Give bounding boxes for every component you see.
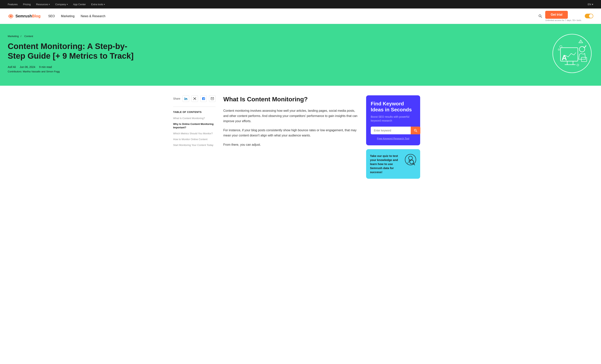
right-sidebar: Find Keyword Ideas in Seconds Boost SEO … (366, 95, 420, 179)
share-label: Share (173, 97, 180, 100)
nav-news-research[interactable]: News & Research (81, 14, 105, 18)
share-twitter[interactable] (191, 95, 198, 102)
keyword-input[interactable] (371, 127, 411, 134)
main-nav: SEO Marketing News & Research (48, 14, 538, 18)
article-date: Jun 06, 2024 (20, 65, 35, 69)
svg-point-14 (581, 42, 581, 43)
toc-link-4[interactable]: How to Monitor Online Content (173, 138, 216, 141)
toc-item-2: Why Is Online Content Monitoring Importa… (173, 122, 216, 129)
nav-extra-tools[interactable]: Extra tools (91, 3, 105, 6)
article-meta: Asif Ali Jun 06, 2024 9 min read (8, 65, 139, 69)
theme-toggle[interactable] (585, 14, 593, 18)
keyword-widget: Find Keyword Ideas in Seconds Boost SEO … (366, 95, 420, 145)
breadcrumb-content: Content (24, 35, 33, 38)
share-email[interactable] (209, 95, 216, 102)
trial-subtext: Unlimited access for 7 days. 55+ tools. (545, 19, 582, 21)
nav-pricing[interactable]: Pricing (23, 3, 31, 6)
svg-text:A: A (562, 54, 567, 62)
facebook-icon (202, 97, 205, 100)
toc-link-2[interactable]: Why Is Online Content Monitoring Importa… (173, 122, 216, 129)
toc-title: TABLE OF CONTENTS (173, 111, 216, 113)
svg-line-24 (416, 131, 417, 132)
share-linkedin[interactable] (183, 95, 189, 102)
article-section-heading: What Is Content Monitoring? (223, 95, 358, 103)
get-trial-container: Get trial Unlimited access for 7 days. 5… (545, 11, 582, 21)
svg-point-21 (184, 97, 185, 98)
nav-marketing[interactable]: Marketing (61, 14, 74, 18)
get-trial-button[interactable]: Get trial (545, 11, 568, 19)
toc-item-4: How to Monitor Online Content (173, 138, 216, 141)
breadcrumb-marketing[interactable]: Marketing (8, 35, 19, 38)
share-facebook[interactable] (200, 95, 207, 102)
search-submit-icon (414, 129, 417, 132)
article-paragraph-1: Content monitoring involves assessing ho… (223, 108, 358, 124)
nav-seo[interactable]: SEO (48, 14, 55, 18)
search-icon (538, 14, 542, 18)
toc-item-5: Start Monitoring Your Content Today (173, 143, 216, 147)
svg-line-4 (541, 17, 542, 18)
language-selector[interactable]: EN ▾ (588, 3, 593, 6)
nav-resources[interactable]: Resources (36, 3, 50, 6)
nav-company[interactable]: Company (55, 3, 68, 6)
quiz-icon (405, 154, 416, 165)
linkedin-icon (184, 97, 187, 100)
article-paragraph-2: For instance, if your blog posts consist… (223, 128, 358, 138)
article-read-time: 9 min read (39, 65, 52, 69)
toc-link-5[interactable]: Start Monitoring Your Content Today (173, 143, 216, 147)
keyword-widget-title: Find Keyword Ideas in Seconds (371, 101, 416, 113)
article-paragraph-3: From there, you can adjust. (223, 142, 358, 147)
logo[interactable]: SemrushBlog (8, 13, 40, 19)
nav-app-center[interactable]: App Center (73, 3, 86, 6)
top-nav-links: Features Pricing Resources Company App C… (8, 3, 105, 6)
header-right: Get trial Unlimited access for 7 days. 5… (538, 11, 593, 21)
svg-point-19 (577, 64, 579, 66)
breadcrumb: Marketing / Content (8, 35, 139, 38)
quiz-text: Take our quiz to test your knowledge and… (370, 154, 402, 174)
svg-point-26 (409, 156, 412, 160)
toc-link-3[interactable]: Which Metrics Should You Monitor? (173, 132, 216, 135)
article-title: Content Monitoring: A Step-by-Step Guide… (8, 41, 139, 61)
main-header: SemrushBlog SEO Marketing News & Researc… (0, 9, 601, 24)
hero-illustration: A (551, 32, 593, 75)
article-author: Asif Ali (8, 65, 16, 69)
svg-point-2 (10, 15, 12, 17)
top-navigation: Features Pricing Resources Company App C… (0, 0, 601, 9)
logo-semrush-text: Semrush (15, 14, 32, 18)
keyword-submit-button[interactable] (411, 127, 420, 134)
toc-link-1[interactable]: What Is Content Monitoring? (173, 117, 216, 120)
toc-item-1: What Is Content Monitoring? (173, 117, 216, 120)
breadcrumb-separator: / (21, 35, 21, 38)
toc-item-3: Which Metrics Should You Monitor? (173, 132, 216, 135)
keyword-input-row (371, 127, 416, 134)
email-icon (211, 97, 214, 100)
left-sidebar: Share (173, 95, 216, 179)
logo-blog-text: Blog (32, 14, 40, 18)
nav-features[interactable]: Features (8, 3, 18, 6)
hero-content: Marketing / Content Content Monitoring: … (8, 35, 139, 73)
hero-banner: Marketing / Content Content Monitoring: … (0, 24, 601, 86)
semrush-logo-icon (8, 13, 14, 19)
article-body: What Is Content Monitoring? Content moni… (223, 95, 358, 179)
table-of-contents: What Is Content Monitoring? Why Is Onlin… (173, 117, 216, 147)
keyword-tool-link[interactable]: Free Keyword Research Tool (371, 137, 416, 140)
content-area: Share (165, 86, 436, 188)
article-contributors: Contributors: Martha Vassallo and Simon … (8, 70, 139, 73)
quiz-widget[interactable]: Take our quiz to test your knowledge and… (366, 149, 420, 179)
share-row: Share (173, 95, 216, 102)
svg-point-5 (553, 34, 591, 73)
svg-rect-20 (184, 98, 185, 100)
svg-point-18 (558, 49, 560, 50)
x-twitter-icon (193, 97, 196, 100)
svg-line-30 (407, 161, 410, 163)
keyword-widget-subtitle: Boost SEO results with powerful keyword … (371, 115, 416, 122)
search-button[interactable] (538, 14, 542, 18)
